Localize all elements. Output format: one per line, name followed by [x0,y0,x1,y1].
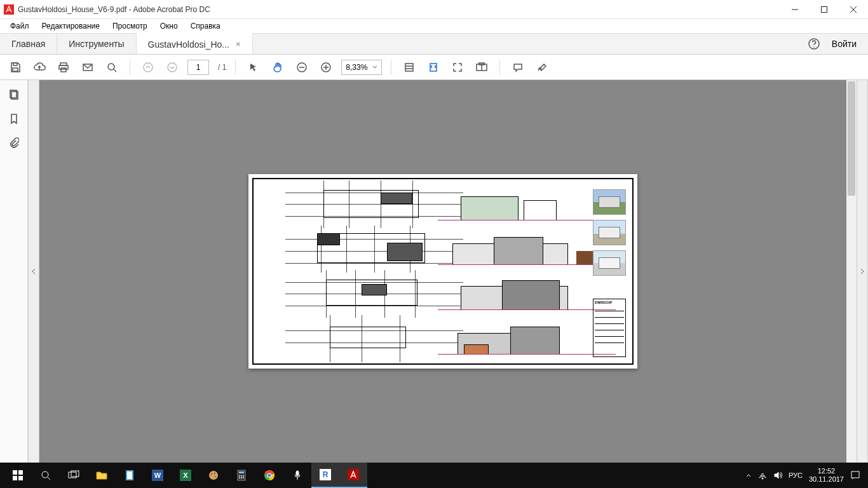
read-mode-icon[interactable] [473,58,491,76]
zoom-value: 8,33% [346,63,367,72]
svg-point-43 [209,471,218,480]
svg-rect-29 [13,470,17,475]
svg-point-53 [241,477,242,478]
menu-window[interactable]: Окно [154,20,184,32]
svg-rect-2 [822,6,827,12]
svg-point-59 [268,474,271,477]
taskview-icon[interactable] [60,463,88,488]
email-icon[interactable] [79,58,97,76]
svg-point-50 [241,475,242,477]
menu-file[interactable]: Файл [4,20,36,32]
cloud-icon[interactable] [31,58,48,76]
zoom-dropdown[interactable]: 8,33% [341,60,382,75]
attachment-icon[interactable] [9,137,19,149]
svg-point-45 [214,473,216,475]
search-taskbar-icon[interactable] [32,463,60,488]
menu-view[interactable]: Просмотр [106,20,154,32]
start-button[interactable] [4,463,32,488]
svg-rect-11 [61,68,66,72]
fullscreen-icon[interactable] [449,58,466,76]
tab-document-label: GustavHoldosi_Ho... [148,39,229,50]
tab-document[interactable]: GustavHoldosi_Ho... × [137,33,253,54]
save-icon[interactable] [6,58,24,76]
word-icon[interactable]: W [144,463,172,488]
svg-point-51 [243,475,244,477]
svg-point-54 [243,477,244,478]
fit-width-icon[interactable] [400,58,418,76]
window-titlebar: GustavHoldosi_House_V6-9.pdf - Adobe Acr… [0,0,868,19]
revit-icon[interactable]: R [311,463,339,488]
svg-rect-10 [59,65,68,69]
left-rail [0,80,28,463]
menu-edit[interactable]: Редактирование [36,20,106,32]
tab-tools-label: Инструменты [69,39,124,49]
chrome-icon[interactable] [255,463,283,488]
svg-point-44 [211,473,213,475]
svg-rect-60 [296,471,299,476]
tray-chevron-icon[interactable] [745,472,752,478]
network-icon[interactable] [758,471,767,480]
notepad-icon[interactable] [116,463,144,488]
search-icon[interactable] [103,58,121,76]
notifications-icon[interactable] [850,470,860,480]
svg-rect-31 [13,476,17,480]
calculator-icon[interactable] [227,463,255,488]
sign-icon[interactable] [533,58,551,76]
svg-point-15 [144,63,153,72]
login-button[interactable]: Войти [832,39,857,49]
page-number-input[interactable] [187,60,209,75]
acrobat-logo-icon [4,4,14,15]
left-panel-toggle[interactable] [28,80,39,463]
zoom-out-icon[interactable] [293,58,311,76]
svg-point-52 [239,477,240,478]
fit-page-icon[interactable] [424,58,442,76]
page-up-icon[interactable] [139,58,157,76]
menu-bar: Файл Редактирование Просмотр Окно Справк… [0,19,868,33]
language-indicator[interactable]: РУС [789,471,803,479]
excel-icon[interactable]: X [172,463,200,488]
svg-point-33 [42,471,48,478]
tab-home[interactable]: Главная [0,34,57,54]
svg-point-64 [762,478,763,479]
file-explorer-icon[interactable] [88,463,116,488]
svg-rect-32 [18,476,23,480]
minimize-button[interactable] [780,0,810,19]
page-total-label: / 1 [218,63,226,72]
svg-point-6 [813,46,815,48]
maximize-button[interactable] [810,0,839,19]
help-icon[interactable] [805,35,823,53]
thumbnails-icon[interactable] [8,89,20,100]
chevron-down-icon [372,65,377,70]
menu-help[interactable]: Справка [184,20,227,32]
pointer-icon[interactable] [245,58,262,76]
acrobat-taskbar-icon[interactable] [339,463,367,488]
bookmark-icon[interactable] [9,113,19,125]
svg-rect-38 [127,471,132,479]
page-down-icon[interactable] [163,58,181,76]
pdf-page: EINREICHP [248,174,637,369]
taskbar-clock[interactable]: 12:52 30.11.2017 [809,467,844,484]
svg-text:R: R [323,470,329,479]
tab-tools[interactable]: Инструменты [57,34,136,54]
drawing-titleblock: EINREICHP [593,299,626,357]
svg-rect-35 [69,472,76,478]
svg-rect-8 [13,68,18,71]
right-panel-toggle[interactable] [857,80,868,463]
clock-date: 30.11.2017 [809,475,844,484]
document-viewport[interactable]: EINREICHP [39,80,846,463]
close-button[interactable] [839,0,868,19]
vertical-scrollbar[interactable] [846,80,857,463]
comment-icon[interactable] [509,58,527,76]
paint-icon[interactable] [200,463,227,488]
print-icon[interactable] [55,58,72,76]
svg-point-13 [108,64,114,70]
windows-taskbar: W X R РУС 12:52 30.11.2017 [0,463,868,488]
window-title: GustavHoldosi_House_V6-9.pdf - Adobe Acr… [18,5,780,14]
volume-icon[interactable] [773,471,782,480]
system-tray: РУС 12:52 30.11.2017 [745,467,864,484]
clock-time: 12:52 [809,467,844,475]
zoom-in-icon[interactable] [317,58,335,76]
tab-close-icon[interactable]: × [236,39,241,49]
hand-icon[interactable] [269,58,287,76]
microphone-icon[interactable] [283,463,311,488]
